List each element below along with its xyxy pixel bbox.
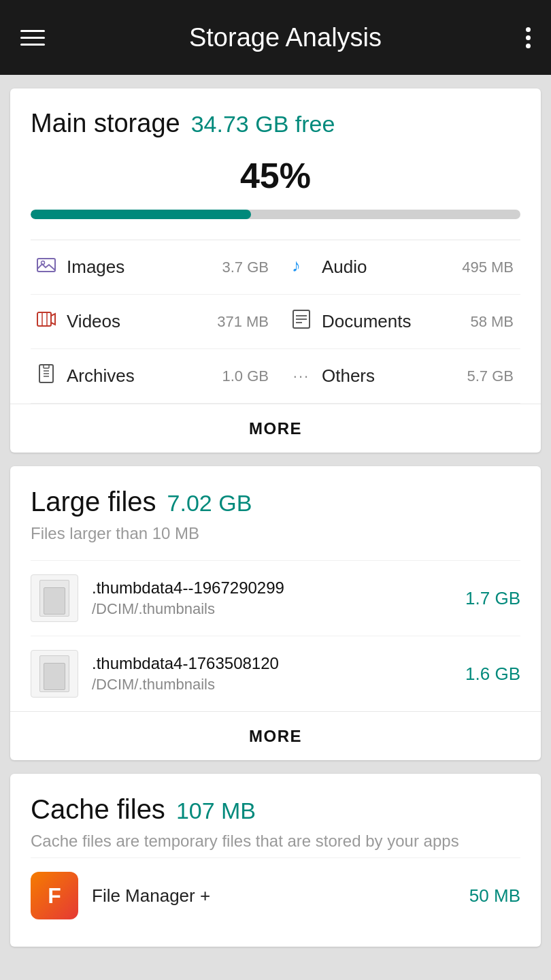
free-storage-label: 34.73 GB free: [191, 111, 335, 137]
archives-size: 1.0 GB: [222, 368, 269, 385]
file-size-2: 1.6 GB: [465, 664, 520, 685]
menu-button[interactable]: [20, 30, 45, 46]
storage-item-images[interactable]: Images 3.7 GB: [31, 240, 276, 295]
file-thumbnail-2: [31, 650, 78, 698]
overflow-menu-button[interactable]: [526, 27, 531, 48]
large-files-subtitle: Files larger than 10 MB: [31, 524, 520, 543]
file-size-1: 1.7 GB: [465, 588, 520, 609]
audio-size: 495 MB: [462, 259, 514, 276]
videos-label: Videos: [67, 311, 212, 332]
svg-text:♪: ♪: [292, 255, 301, 274]
storage-item-others[interactable]: ··· Others 5.7 GB: [276, 349, 520, 404]
cache-files-card: Cache files 107 MB Cache files are tempo…: [10, 774, 541, 947]
progress-bar-fill: [31, 210, 251, 219]
images-icon: [34, 257, 59, 278]
large-files-card: Large files 7.02 GB Files larger than 10…: [10, 466, 541, 760]
large-files-title: Large files: [31, 487, 156, 517]
storage-item-documents[interactable]: Documents 58 MB: [276, 295, 520, 349]
file-thumbnail-1: [31, 574, 78, 622]
app-cache-size-file-manager: 50 MB: [469, 885, 520, 906]
images-size: 3.7 GB: [222, 259, 269, 276]
documents-size: 58 MB: [470, 313, 514, 331]
large-files-size: 7.02 GB: [167, 490, 252, 517]
cache-files-title: Cache files: [31, 794, 165, 825]
page-title: Storage Analysis: [189, 23, 382, 52]
storage-item-archives[interactable]: Archives 1.0 GB: [31, 349, 276, 404]
cache-app-item-1[interactable]: F File Manager + 50 MB: [31, 858, 520, 933]
file-name-2: .thumbdata4-1763508120: [92, 654, 458, 673]
large-file-item-1[interactable]: .thumbdata4--1967290299 /DCIM/.thumbnail…: [31, 560, 520, 636]
cache-files-subtitle: Cache files are temporary files that are…: [31, 832, 520, 851]
others-size: 5.7 GB: [467, 368, 514, 385]
file-name-1: .thumbdata4--1967290299: [92, 578, 458, 598]
storage-percent: 45%: [31, 155, 520, 196]
archives-icon: [34, 364, 59, 388]
others-label: Others: [322, 365, 462, 387]
svg-rect-3: [37, 312, 51, 326]
audio-icon: ♪: [289, 255, 314, 279]
file-path-1: /DCIM/.thumbnails: [92, 600, 458, 618]
documents-label: Documents: [322, 311, 465, 332]
file-info-2: .thumbdata4-1763508120 /DCIM/.thumbnails: [92, 654, 458, 693]
videos-size: 371 MB: [217, 313, 269, 331]
storage-item-audio[interactable]: ♪ Audio 495 MB: [276, 240, 520, 295]
app-name-file-manager: File Manager +: [92, 885, 463, 906]
others-icon: ···: [289, 368, 314, 385]
top-bar: Storage Analysis: [0, 0, 551, 75]
svg-rect-0: [37, 259, 55, 272]
storage-item-videos[interactable]: Videos 371 MB: [31, 295, 276, 349]
storage-progress-bar: [31, 210, 520, 219]
documents-icon: [289, 310, 314, 333]
main-storage-card: Main storage 34.73 GB free 45% Images 3.…: [10, 88, 541, 453]
file-path-2: /DCIM/.thumbnails: [92, 676, 458, 693]
cache-files-size: 107 MB: [176, 798, 256, 824]
images-label: Images: [67, 257, 217, 278]
large-files-more-button[interactable]: MORE: [10, 711, 541, 760]
large-file-item-2[interactable]: .thumbdata4-1763508120 /DCIM/.thumbnails…: [31, 636, 520, 711]
large-files-header: Large files 7.02 GB: [31, 487, 520, 517]
svg-rect-11: [44, 365, 49, 368]
storage-categories-grid: Images 3.7 GB ♪ Audio 495 MB: [31, 240, 520, 404]
audio-label: Audio: [322, 257, 456, 278]
main-storage-title: Main storage: [31, 109, 180, 138]
cache-files-header: Cache files 107 MB: [31, 794, 520, 825]
app-icon-file-manager: F: [31, 872, 78, 919]
archives-label: Archives: [67, 365, 217, 387]
videos-icon: [34, 311, 59, 332]
file-info-1: .thumbdata4--1967290299 /DCIM/.thumbnail…: [92, 578, 458, 618]
main-storage-more-button[interactable]: MORE: [10, 404, 541, 453]
main-storage-header: Main storage 34.73 GB free: [31, 109, 520, 138]
